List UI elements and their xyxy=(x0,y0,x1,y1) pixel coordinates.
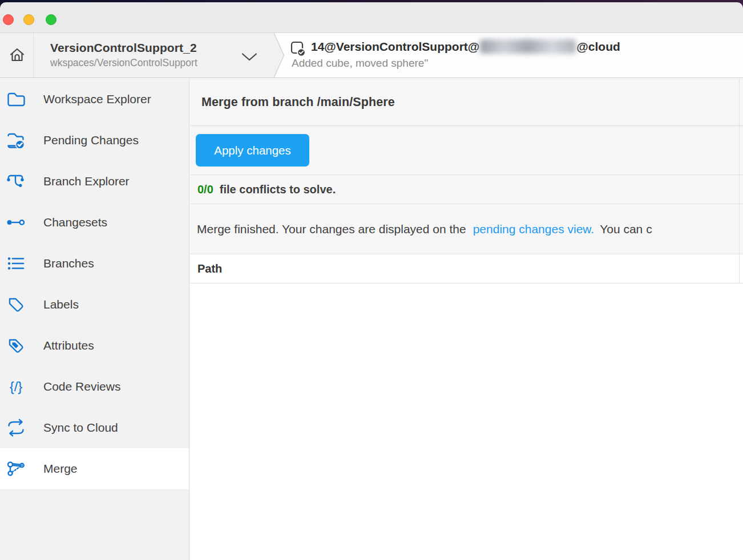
merge-view-title: Merge from branch /main/Sphere xyxy=(201,95,395,109)
sidebar-item-workspace-explorer[interactable]: Workspace Explorer xyxy=(0,79,189,120)
changeset-prefix: 14@VersionControlSupport@ xyxy=(311,40,479,53)
svg-text:{/}: {/} xyxy=(10,379,23,394)
sidebar-item-label: Branches xyxy=(43,257,94,270)
redacted-org-name xyxy=(480,39,576,54)
titlebar xyxy=(0,2,743,33)
sidebar-item-pending-changes[interactable]: Pending Changes xyxy=(0,120,189,161)
sidebar-item-branch-explorer[interactable]: Branch Explorer xyxy=(0,161,189,202)
folder-check-icon xyxy=(6,130,26,151)
sidebar-item-labels[interactable]: Labels xyxy=(0,284,189,325)
panel-right-divider xyxy=(739,79,740,283)
sidebar-item-sync-to-cloud[interactable]: Sync to Cloud xyxy=(0,407,189,448)
tag-icon xyxy=(6,294,26,315)
home-button[interactable] xyxy=(0,33,34,78)
tag-filled-icon xyxy=(6,335,26,356)
app-window: VersionControlSupport_2 wkspaces/Version… xyxy=(0,0,743,560)
changeset-info: 14@VersionControlSupport@@cloud Added cu… xyxy=(284,33,743,78)
code-review-icon: {/} xyxy=(6,376,26,397)
folder-icon xyxy=(6,89,26,109)
list-icon xyxy=(6,253,26,274)
sidebar-item-branches[interactable]: Branches xyxy=(0,243,189,284)
path-column-label: Path xyxy=(197,262,222,275)
minimize-button[interactable] xyxy=(23,14,34,25)
branch-explorer-icon xyxy=(6,171,26,192)
changesets-icon xyxy=(6,212,26,233)
sidebar-item-label: Changesets xyxy=(43,216,107,229)
merge-message-continuation: You can c xyxy=(600,222,652,236)
merge-title-row: Merge from branch /main/Sphere xyxy=(190,79,743,126)
conflicts-status-row: 0/0 file conflicts to solve. xyxy=(190,175,743,204)
chevron-down-icon xyxy=(241,52,258,62)
merge-results-table xyxy=(190,283,743,560)
sidebar-item-merge[interactable]: Merge xyxy=(0,448,189,489)
workspace-selector[interactable]: VersionControlSupport_2 wkspaces/Version… xyxy=(35,33,274,78)
merge-actions-row: Apply changes xyxy=(190,126,743,175)
merge-message-text: Merge finished. Your changes are display… xyxy=(197,222,466,236)
changeset-check-icon xyxy=(290,40,307,58)
sidebar-item-label: Labels xyxy=(43,298,79,311)
sidebar-item-changesets[interactable]: Changesets xyxy=(0,202,189,243)
sidebar-item-label: Pending Changes xyxy=(43,133,139,147)
changeset-comment: Added cube, moved sphere" xyxy=(292,57,743,70)
close-button[interactable] xyxy=(3,14,14,25)
sidebar-item-label: Code Reviews xyxy=(43,380,120,393)
conflicts-count: 0/0 xyxy=(197,183,213,196)
header: VersionControlSupport_2 wkspaces/Version… xyxy=(0,33,743,78)
sidebar-item-label: Workspace Explorer xyxy=(43,92,151,106)
sidebar-item-label: Sync to Cloud xyxy=(43,421,118,435)
apply-changes-button[interactable]: Apply changes xyxy=(196,134,309,167)
changeset-spec: 14@VersionControlSupport@@cloud xyxy=(311,39,743,54)
sidebar-item-attributes[interactable]: Attributes xyxy=(0,325,189,366)
sidebar: Workspace Explorer Pending Changes xyxy=(0,79,189,560)
sidebar-item-label: Merge xyxy=(43,462,78,476)
home-icon xyxy=(9,47,26,64)
sync-icon xyxy=(6,417,26,438)
pending-changes-view-link[interactable]: pending changes view. xyxy=(473,222,595,236)
changeset-suffix: @cloud xyxy=(576,40,620,53)
merge-icon xyxy=(6,458,26,479)
sidebar-item-label: Attributes xyxy=(43,339,94,352)
merge-finished-message-row: Merge finished. Your changes are display… xyxy=(190,204,743,254)
sidebar-item-code-reviews[interactable]: {/} Code Reviews xyxy=(0,366,189,407)
conflicts-text: file conflicts to solve. xyxy=(220,183,336,196)
zoom-button[interactable] xyxy=(46,14,56,25)
sidebar-item-label: Branch Explorer xyxy=(43,175,130,188)
merge-view-panel: Merge from branch /main/Sphere Apply cha… xyxy=(190,79,743,560)
path-column-header[interactable]: Path xyxy=(190,254,743,283)
